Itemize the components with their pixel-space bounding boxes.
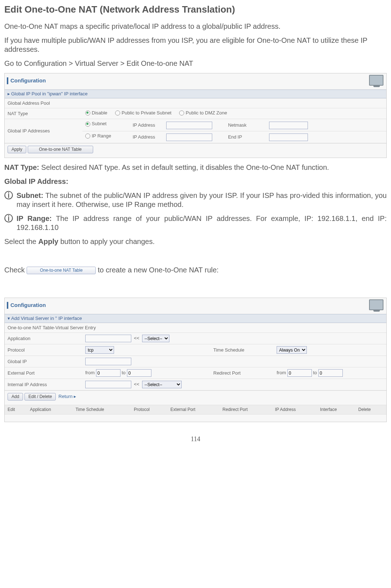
section-header[interactable]: ▸Global IP Pool in "ipwan" IP interface [5,90,386,98]
hdr-extport: External Port [168,405,220,415]
hdr-protocol: Protocol [131,405,168,415]
radio-label: IP Range [92,133,111,139]
netmask-label: Netmask [228,122,268,128]
return-text: Return [59,394,73,399]
nat-type-public-private[interactable]: Public to Private Subnet [115,110,172,116]
section-header-text: Add Virtual Server in '' IP interface [11,316,82,321]
timesched-label: Time Schedule [210,344,274,356]
redirport-from-input[interactable] [287,369,312,377]
subsection-label: One-to-one NAT Table-Virtual Server Entr… [5,323,386,333]
nat-type-public-dmz[interactable]: Public to DMZ Zone [179,110,227,116]
check-pre: Check [4,266,27,274]
subnet-ip-input[interactable] [166,122,212,129]
extport-to-input[interactable] [127,369,151,377]
range-ip-input[interactable] [166,134,212,141]
info-icon: ⓘ [4,191,17,209]
monitor-icon [369,299,384,312]
info-icon: ⓘ [4,214,17,232]
timesched-select[interactable]: Always On [277,346,307,354]
subnet-info-label: Subnet: [17,191,43,199]
protocol-label: Protocol [5,344,82,356]
iprange-info: ⓘ IP Range: The IP address range of your… [4,214,387,232]
intro-1: One-to-One NAT maps a specific private/l… [4,22,387,31]
apply-post: button to apply your changes. [58,238,155,245]
netmask-input[interactable] [269,122,308,129]
breadcrumb-path: Go to Configuration > Virtual Server > E… [4,59,387,68]
table-header-row: Edit Application Time Schedule Protocol … [5,405,386,415]
intro-2: If you have multiple public/WAN IP addre… [4,36,387,54]
check-post: to create a new One-to-One NAT rule: [98,266,219,274]
page-number: 114 [4,435,387,443]
radio-icon [85,134,90,139]
apply-button[interactable]: Apply [8,146,26,153]
radio-label: Subnet [92,121,106,127]
edit-delete-button[interactable]: Edit / Delete [24,393,56,401]
section-header[interactable]: ▾Add Virtual Server in '' IP interface [5,314,386,323]
redirport-to-input[interactable] [318,369,343,377]
nat-table-button[interactable]: One-to-one NAT Table [28,146,93,153]
radio-icon [85,122,90,127]
addr-mode-iprange[interactable]: IP Range [85,133,125,139]
panel-title: Configuration [7,77,46,84]
protocol-select[interactable]: tcp [85,346,114,354]
ipaddr-label: IP Address [133,134,165,140]
subnet-info: ⓘ Subnet: The subnet of the public/WAN I… [4,191,387,209]
nat-type-desc-text: Select desired NAT type. As set in defau… [39,163,329,171]
subsection-label: Global Address Pool [5,98,386,108]
radio-icon [179,110,184,116]
intip-select[interactable]: --Select-- [142,381,182,388]
globalip-input[interactable] [85,358,131,365]
monitor-icon [369,75,384,87]
extport-from-input[interactable] [96,369,121,377]
iprange-info-label: IP Range: [17,214,52,222]
from-label: from [277,370,286,375]
global-ip-heading: Global IP Address: [4,177,387,186]
to-label: to [313,370,317,375]
radio-icon [85,110,90,116]
radio-label: Public to DMZ Zone [186,110,227,116]
hdr-edit: Edit [5,405,27,415]
ipaddr-label: IP Address [133,122,165,128]
nat-table-button-inline[interactable]: One-to-one NAT Table [27,267,96,274]
nat-type-label: NAT Type [5,108,82,119]
extport-label: External Port [5,367,82,379]
add-button[interactable]: Add [8,393,23,401]
radio-label: Disable [92,110,107,116]
application-input[interactable] [85,335,131,342]
arrow-right-icon: ▸ [74,394,76,399]
hdr-timesched: Time Schedule [73,405,131,415]
panel-title: Configuration [7,302,46,309]
endip-input[interactable] [269,134,308,141]
application-label: Application [5,333,82,344]
application-select[interactable]: --Select-- [142,335,169,342]
radio-label: Public to Private Subnet [122,110,172,116]
config-panel-add-vserver: Configuration ▾Add Virtual Server in '' … [4,298,387,422]
section-header-text: Global IP Pool in "ipwan" IP interface [11,91,88,96]
hdr-redirport: Redirect Port [220,405,272,415]
apply-instruction: Select the Apply button to apply your ch… [4,237,387,246]
nat-type-desc-label: NAT Type: [4,163,39,171]
hdr-application: Application [27,405,73,415]
return-link[interactable]: Return ▸ [59,394,77,399]
subnet-info-text: The subnet of the public/WAN IP address … [17,191,387,208]
globalip-label: Global IP [5,356,82,367]
check-instruction: Check One-to-one NAT Table to create a n… [4,266,387,275]
global-ip-label: Global IP Addresses [5,119,82,143]
hdr-ipaddr: IP Address [272,405,317,415]
page-title: Edit One-to-One NAT (Network Address Tra… [4,4,387,15]
iprange-info-text: The IP address range of your public/WAN … [17,214,387,231]
from-label: from [85,370,95,375]
addr-mode-subnet[interactable]: Subnet [85,121,125,127]
hdr-interface: Interface [317,405,355,415]
redirport-label: Redirect Port [210,367,274,379]
apply-bold: Apply [38,238,59,245]
hdr-delete: Delete [355,405,386,415]
config-panel-global-ip-pool: Configuration ▸Global IP Pool in "ipwan"… [4,73,387,158]
endip-label: End IP [228,134,268,140]
intip-label: Internal IP Address [5,379,82,390]
radio-icon [115,110,120,116]
nat-type-disable[interactable]: Disable [85,110,107,116]
to-label: to [122,370,126,375]
nat-type-desc: NAT Type: Select desired NAT type. As se… [4,163,387,172]
intip-input[interactable] [85,381,131,388]
